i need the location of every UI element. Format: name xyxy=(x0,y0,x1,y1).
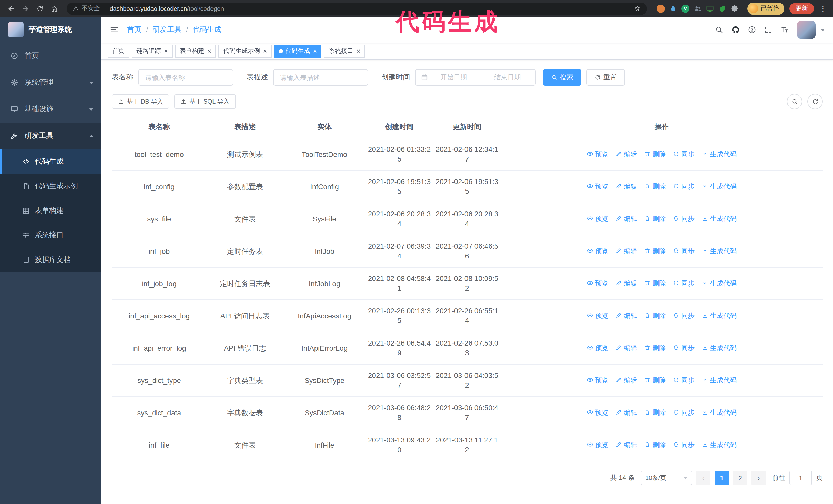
row-action-generate[interactable]: 生成代码 xyxy=(702,408,737,417)
github-icon[interactable] xyxy=(732,26,740,34)
row-action-sync[interactable]: 同步 xyxy=(673,375,695,385)
extension-v-icon[interactable]: V xyxy=(680,3,691,14)
row-action-generate[interactable]: 生成代码 xyxy=(702,375,737,385)
sidebar-item-codegen[interactable]: 代码生成 xyxy=(0,149,101,174)
row-action-delete[interactable]: 删除 xyxy=(644,375,666,385)
tab-tracer[interactable]: 链路追踪× xyxy=(132,44,172,58)
tab-codegen-example[interactable]: 代码生成示例× xyxy=(218,44,271,58)
sidebar-item-infra[interactable]: 基础设施 xyxy=(0,96,101,123)
row-action-sync[interactable]: 同步 xyxy=(673,149,695,159)
fullscreen-icon[interactable] xyxy=(764,26,772,34)
extension-drop-icon[interactable] xyxy=(667,3,679,14)
refresh-table-button[interactable] xyxy=(807,94,823,109)
extension-leaf-icon[interactable] xyxy=(717,3,728,14)
row-action-edit[interactable]: 编辑 xyxy=(616,246,637,256)
breadcrumb-item[interactable]: 首页 xyxy=(127,25,142,34)
sidebar-item-api[interactable]: 系统接口 xyxy=(0,223,101,248)
browser-back-button[interactable] xyxy=(5,2,18,15)
row-action-delete[interactable]: 删除 xyxy=(644,343,666,353)
row-action-edit[interactable]: 编辑 xyxy=(616,408,637,417)
row-action-preview[interactable]: 预览 xyxy=(587,182,609,191)
row-action-delete[interactable]: 删除 xyxy=(644,246,666,256)
row-action-sync[interactable]: 同步 xyxy=(673,246,695,256)
row-action-sync[interactable]: 同步 xyxy=(673,279,695,288)
sidebar-item-home[interactable]: 首页 xyxy=(0,43,101,69)
page-size-select[interactable]: 10条/页 xyxy=(641,471,692,485)
tab-home[interactable]: 首页 xyxy=(108,44,129,58)
row-action-sync[interactable]: 同步 xyxy=(673,408,695,417)
row-action-preview[interactable]: 预览 xyxy=(587,214,609,223)
tab-api[interactable]: 系统接口× xyxy=(324,44,365,58)
row-action-generate[interactable]: 生成代码 xyxy=(702,440,737,450)
goto-page-input[interactable] xyxy=(789,471,812,485)
search-button[interactable]: 搜索 xyxy=(543,69,581,86)
row-action-edit[interactable]: 编辑 xyxy=(616,182,637,191)
row-action-delete[interactable]: 删除 xyxy=(644,440,666,450)
row-action-generate[interactable]: 生成代码 xyxy=(702,182,737,191)
row-action-preview[interactable]: 预览 xyxy=(587,343,609,353)
row-action-generate[interactable]: 生成代码 xyxy=(702,246,737,256)
sidebar-item-codegen-example[interactable]: 代码生成示例 xyxy=(0,174,101,198)
row-action-sync[interactable]: 同步 xyxy=(673,311,695,320)
breadcrumb-item[interactable]: 研发工具 xyxy=(153,25,182,34)
row-action-sync[interactable]: 同步 xyxy=(673,214,695,223)
tab-close-icon[interactable]: × xyxy=(263,48,267,54)
address-bar[interactable]: 不安全 dashboard.yudao.iocoder.cn /tool/cod… xyxy=(67,2,647,15)
sidebar-item-form-builder[interactable]: 表单构建 xyxy=(0,198,101,223)
row-action-sync[interactable]: 同步 xyxy=(673,182,695,191)
row-action-sync[interactable]: 同步 xyxy=(673,440,695,450)
toggle-search-button[interactable] xyxy=(787,94,802,109)
user-avatar[interactable] xyxy=(797,21,815,39)
row-action-delete[interactable]: 删除 xyxy=(644,279,666,288)
extension-puzzle-icon[interactable] xyxy=(729,3,740,14)
row-action-delete[interactable]: 删除 xyxy=(644,214,666,223)
tab-codegen[interactable]: 代码生成× xyxy=(274,44,322,58)
tab-close-icon[interactable]: × xyxy=(357,48,360,54)
row-action-edit[interactable]: 编辑 xyxy=(616,279,637,288)
row-action-preview[interactable]: 预览 xyxy=(587,311,609,320)
prev-page-button[interactable]: ‹ xyxy=(696,471,711,485)
row-action-generate[interactable]: 生成代码 xyxy=(702,343,737,353)
extension-people-icon[interactable] xyxy=(692,3,703,14)
font-size-icon[interactable] xyxy=(781,26,789,34)
sidebar-item-db-doc[interactable]: 数据库文档 xyxy=(0,248,101,272)
tab-close-icon[interactable]: × xyxy=(313,48,317,54)
row-action-preview[interactable]: 预览 xyxy=(587,149,609,159)
page-button-1[interactable]: 1 xyxy=(715,471,729,485)
row-action-edit[interactable]: 编辑 xyxy=(616,440,637,450)
help-icon[interactable] xyxy=(748,26,756,34)
browser-menu-icon[interactable]: ⋮ xyxy=(819,4,827,13)
row-action-generate[interactable]: 生成代码 xyxy=(702,214,737,223)
row-action-generate[interactable]: 生成代码 xyxy=(702,279,737,288)
row-action-preview[interactable]: 预览 xyxy=(587,375,609,385)
browser-home-button[interactable] xyxy=(48,2,61,15)
sidebar-item-devtools[interactable]: 研发工具 xyxy=(0,123,101,149)
browser-update-button[interactable]: 更新 xyxy=(789,3,814,14)
browser-forward-button[interactable] xyxy=(20,2,32,15)
row-action-delete[interactable]: 删除 xyxy=(644,182,666,191)
reset-button[interactable]: 重置 xyxy=(587,69,625,86)
row-action-generate[interactable]: 生成代码 xyxy=(702,311,737,320)
next-page-button[interactable]: › xyxy=(752,471,766,485)
import-db-button[interactable]: 基于 DB 导入 xyxy=(112,94,169,109)
sidebar-item-system[interactable]: 系统管理 xyxy=(0,69,101,96)
tab-close-icon[interactable]: × xyxy=(164,48,168,54)
row-action-edit[interactable]: 编辑 xyxy=(616,214,637,223)
page-button-2[interactable]: 2 xyxy=(733,471,747,485)
search-icon[interactable] xyxy=(715,26,723,34)
tab-form-builder[interactable]: 表单构建× xyxy=(175,44,216,58)
tab-close-icon[interactable]: × xyxy=(207,48,211,54)
extension-fox-icon[interactable] xyxy=(655,3,666,14)
row-action-delete[interactable]: 删除 xyxy=(644,311,666,320)
row-action-delete[interactable]: 删除 xyxy=(644,408,666,417)
table-desc-input[interactable] xyxy=(273,69,368,86)
row-action-edit[interactable]: 编辑 xyxy=(616,343,637,353)
breadcrumb-item[interactable]: 代码生成 xyxy=(193,25,221,34)
avatar-caret-icon[interactable] xyxy=(821,28,825,31)
row-action-preview[interactable]: 预览 xyxy=(587,279,609,288)
row-action-edit[interactable]: 编辑 xyxy=(616,149,637,159)
table-name-input[interactable] xyxy=(138,69,233,86)
row-action-delete[interactable]: 删除 xyxy=(644,149,666,159)
row-action-sync[interactable]: 同步 xyxy=(673,343,695,353)
row-action-preview[interactable]: 预览 xyxy=(587,246,609,256)
